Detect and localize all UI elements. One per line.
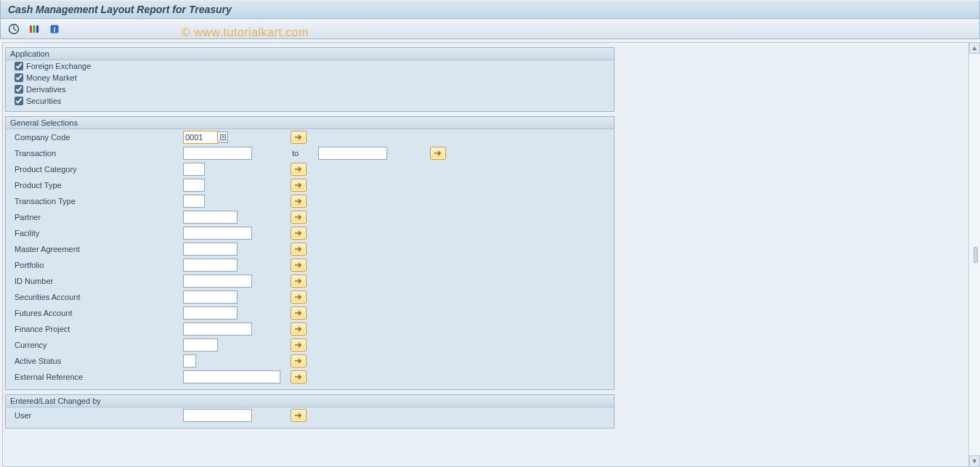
row-finance-project: Finance Project [6, 321, 614, 337]
row-active-status: Active Status [6, 353, 614, 369]
chk-label: Securities [26, 97, 61, 105]
svg-rect-9 [222, 136, 224, 137]
multisel-active-status[interactable] [291, 354, 307, 367]
svg-rect-5 [36, 25, 39, 33]
multisel-facility[interactable] [291, 227, 307, 240]
chk-row-fx: Foreign Exchange [6, 60, 614, 72]
lbl-finance-project: Finance Project [15, 325, 183, 333]
multisel-user[interactable] [291, 409, 307, 422]
lbl-currency: Currency [15, 341, 183, 349]
scroll-up-icon[interactable]: ▲ [969, 42, 980, 54]
row-currency: Currency [6, 337, 614, 353]
inp-external-reference[interactable] [183, 370, 280, 383]
chk-label: Foreign Exchange [26, 62, 91, 70]
app-toolbar: i [0, 19, 980, 39]
inp-company-code[interactable] [183, 131, 218, 144]
lbl-product-type: Product Type [15, 181, 183, 190]
inp-securities-account[interactable] [183, 291, 238, 304]
row-partner: Partner [6, 209, 614, 225]
lbl-transaction: Transaction [15, 149, 183, 158]
row-portfolio: Portfolio [6, 257, 614, 273]
multisel-product-category[interactable] [291, 163, 307, 176]
scroll-down-icon[interactable]: ▼ [969, 455, 980, 467]
group-application: Application Foreign Exchange Money Marke… [5, 47, 615, 112]
row-transaction-type: Transaction Type [6, 193, 614, 209]
page-title: Cash Management Layout Report for Treasu… [0, 0, 980, 19]
lbl-master-agreement: Master Agreement [15, 245, 183, 253]
group-general-selections: General Selections Company Code Transact… [5, 116, 615, 390]
inp-transaction-low[interactable] [183, 147, 252, 160]
row-product-category: Product Category [6, 161, 614, 177]
inp-partner[interactable] [183, 211, 238, 224]
chk-row-sec: Securities [6, 95, 614, 107]
inp-master-agreement[interactable] [183, 243, 238, 256]
inp-transaction-high[interactable] [318, 147, 387, 160]
inp-transaction-type[interactable] [183, 195, 205, 208]
multisel-currency[interactable] [291, 338, 307, 352]
multisel-external-reference[interactable] [291, 370, 307, 383]
row-facility: Facility [6, 225, 614, 241]
group-title-general: General Selections [6, 117, 614, 129]
inp-product-category[interactable] [183, 163, 205, 176]
execute-icon[interactable] [7, 22, 21, 36]
multisel-securities-account[interactable] [291, 291, 307, 304]
svg-text:i: i [54, 25, 56, 33]
group-entered: Entered/Last Changed by User [5, 394, 615, 429]
chk-derivatives[interactable] [15, 85, 23, 94]
lbl-futures-account: Futures Account [15, 309, 183, 317]
multisel-product-type[interactable] [291, 179, 307, 192]
row-external-reference: External Reference [6, 369, 614, 385]
multisel-id-number[interactable] [291, 275, 307, 288]
lbl-partner: Partner [15, 213, 183, 222]
chk-label: Derivatives [26, 85, 65, 94]
scroll-grip-icon[interactable] [973, 247, 978, 263]
lbl-facility: Facility [15, 229, 183, 237]
chk-row-deriv: Derivatives [6, 84, 614, 95]
inp-facility[interactable] [183, 227, 252, 240]
multisel-finance-project[interactable] [291, 322, 307, 336]
multisel-transaction-type[interactable] [291, 195, 307, 208]
row-id-number: ID Number [6, 273, 614, 289]
content-scroll-area[interactable]: Application Foreign Exchange Money Marke… [2, 42, 978, 467]
inp-user[interactable] [183, 409, 252, 422]
group-title-entered: Entered/Last Changed by [6, 395, 614, 407]
lbl-portfolio: Portfolio [15, 261, 183, 269]
inp-finance-project[interactable] [183, 322, 252, 336]
row-master-agreement: Master Agreement [6, 241, 614, 257]
inp-futures-account[interactable] [183, 306, 238, 320]
outer-scrollbar[interactable]: ▲ ▼ [968, 42, 980, 467]
inp-currency[interactable] [183, 338, 218, 352]
inp-portfolio[interactable] [183, 259, 238, 272]
svg-line-2 [14, 29, 17, 31]
row-product-type: Product Type [6, 177, 614, 193]
multisel-master-agreement[interactable] [291, 243, 307, 256]
multisel-partner[interactable] [291, 211, 307, 224]
inp-active-status[interactable] [183, 354, 196, 367]
inp-id-number[interactable] [183, 275, 252, 288]
multisel-company-code[interactable] [291, 131, 307, 144]
multisel-transaction[interactable] [430, 147, 446, 160]
row-company-code: Company Code [6, 129, 614, 145]
inp-product-type[interactable] [183, 179, 205, 192]
variants-icon[interactable] [27, 22, 41, 36]
chk-securities[interactable] [15, 97, 23, 105]
svg-rect-3 [30, 25, 32, 33]
row-transaction: Transaction to [6, 145, 614, 161]
row-futures-account: Futures Account [6, 305, 614, 321]
chk-label: Money Market [26, 73, 77, 82]
multisel-portfolio[interactable] [291, 259, 307, 272]
chk-row-mm: Money Market [6, 72, 614, 84]
row-user: User [6, 407, 614, 423]
lbl-transaction-type: Transaction Type [15, 197, 183, 206]
multisel-futures-account[interactable] [291, 306, 307, 320]
scroll-track[interactable] [969, 54, 980, 455]
lbl-external-reference: External Reference [15, 373, 183, 381]
group-title-application: Application [6, 48, 614, 60]
f4-company-code[interactable] [218, 131, 228, 143]
info-icon[interactable]: i [47, 22, 62, 36]
lbl-company-code: Company Code [15, 133, 183, 142]
lbl-to: to [291, 149, 318, 158]
chk-foreign-exchange[interactable] [15, 62, 23, 70]
chk-money-market[interactable] [15, 73, 23, 82]
lbl-active-status: Active Status [15, 357, 183, 365]
